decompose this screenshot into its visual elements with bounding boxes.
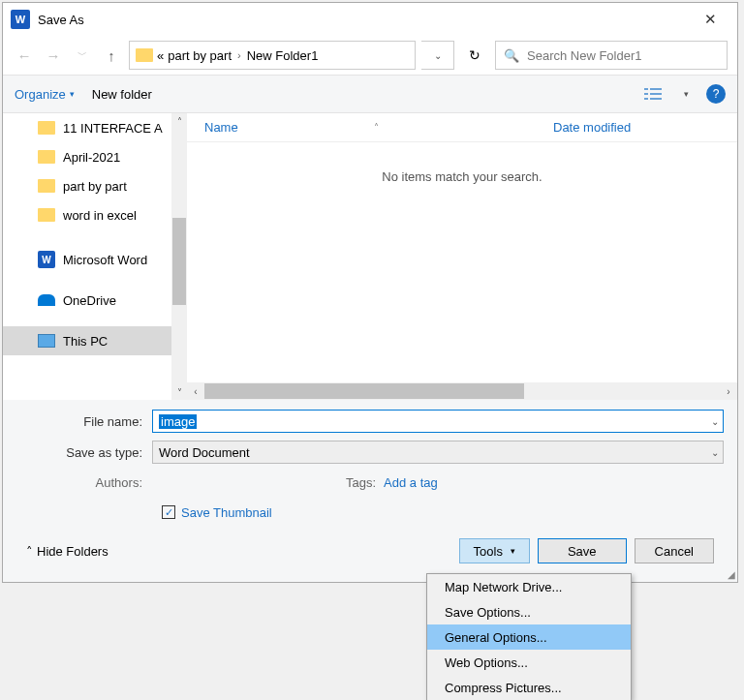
thumbnail-row: ✓ Save Thumbnail: [16, 495, 724, 530]
svg-rect-3: [650, 93, 662, 95]
nav-folder[interactable]: April-2021: [3, 142, 187, 171]
folder-icon: [136, 48, 153, 62]
hide-folders-button[interactable]: ˄ Hide Folders: [26, 544, 108, 559]
col-name[interactable]: Name: [204, 120, 238, 135]
h-scrollbar[interactable]: ‹ ›: [187, 382, 737, 400]
body-area: 11 INTERFACE A April-2021 part by part w…: [3, 113, 737, 400]
scroll-up-icon[interactable]: ˄: [171, 113, 187, 129]
sort-icon: ˄: [374, 122, 379, 133]
savetype-label: Save as type:: [16, 445, 152, 460]
search-icon: 🔍: [504, 48, 519, 63]
search-placeholder: Search New Folder1: [527, 48, 642, 63]
menu-web-options[interactable]: Web Options...: [427, 650, 631, 675]
column-headers[interactable]: Name˄ Date modified: [187, 113, 737, 142]
nav-scrollbar[interactable]: ˄ ˅: [171, 113, 187, 400]
svg-rect-5: [650, 98, 662, 100]
scroll-thumb[interactable]: [204, 383, 524, 399]
authors-label: Authors:: [16, 475, 152, 490]
svg-rect-1: [650, 88, 662, 90]
menu-general-options[interactable]: General Options...: [427, 624, 631, 650]
close-icon[interactable]: ✕: [691, 11, 729, 28]
savetype-select[interactable]: Word Document ⌄: [152, 441, 724, 464]
nav-this-pc[interactable]: This PC: [3, 326, 187, 355]
save-thumbnail-checkbox[interactable]: ✓: [162, 505, 175, 519]
menu-compress-pictures[interactable]: Compress Pictures...: [427, 675, 631, 700]
resize-grip-icon[interactable]: ◢: [728, 569, 735, 580]
forward-button[interactable]: →: [42, 44, 65, 67]
recent-dropdown-icon[interactable]: ﹀: [71, 44, 94, 67]
scroll-down-icon[interactable]: ˅: [171, 384, 187, 400]
scroll-left-icon[interactable]: ‹: [187, 386, 204, 397]
organize-menu[interactable]: Organize ▾: [15, 87, 75, 102]
path-seg[interactable]: part by part: [168, 48, 232, 63]
onedrive-icon: [38, 294, 55, 306]
address-bar[interactable]: « part by part › New Folder1: [129, 41, 416, 70]
back-button[interactable]: ←: [13, 44, 36, 67]
chevron-down-icon: ▾: [511, 546, 515, 556]
toolbar: Organize ▾ New folder ▾ ?: [3, 75, 737, 113]
tags-value[interactable]: Add a tag: [384, 475, 438, 490]
nav-pane: 11 INTERFACE A April-2021 part by part w…: [3, 113, 187, 400]
tags-label: Tags:: [346, 475, 384, 490]
window-title: Save As: [38, 13, 691, 27]
chevron-down-icon[interactable]: ⌄: [711, 416, 719, 427]
svg-rect-2: [644, 93, 648, 95]
nav-folder[interactable]: word in excel: [3, 200, 187, 229]
scroll-thumb[interactable]: [172, 218, 186, 305]
folder-icon: [38, 150, 55, 164]
word-app-icon: W: [11, 10, 30, 29]
nav-folder[interactable]: part by part: [3, 171, 187, 200]
filename-input[interactable]: image ⌄: [152, 410, 724, 433]
empty-message: No items match your search.: [187, 142, 737, 382]
path-ellipsis: «: [157, 48, 164, 63]
tools-button[interactable]: Tools ▾: [459, 538, 530, 563]
titlebar: W Save As ✕: [3, 3, 737, 36]
svg-rect-0: [644, 88, 648, 90]
save-thumbnail-label[interactable]: Save Thumbnail: [181, 505, 272, 520]
pc-icon: [38, 334, 55, 348]
list-view-icon: [644, 87, 662, 101]
tools-menu: Map Network Drive... Save Options... Gen…: [426, 573, 632, 700]
save-as-dialog: W Save As ✕ ← → ﹀ ↑ « part by part › New…: [2, 2, 738, 583]
up-button[interactable]: ↑: [100, 44, 123, 67]
search-input[interactable]: 🔍 Search New Folder1: [495, 41, 728, 70]
metadata-row: Authors: Tags: Add a tag: [16, 470, 724, 495]
save-button[interactable]: Save: [538, 538, 627, 563]
svg-rect-4: [644, 98, 648, 100]
chevron-right-icon: ›: [235, 49, 243, 61]
bottom-panel: File name: image ⌄ Save as type: Word Do…: [3, 400, 737, 582]
footer-row: ˄ Hide Folders Tools ▾ Save Cancel: [16, 530, 724, 572]
cancel-button[interactable]: Cancel: [635, 538, 714, 563]
col-date[interactable]: Date modified: [553, 120, 737, 135]
chevron-down-icon[interactable]: ▾: [684, 89, 689, 99]
nav-folder[interactable]: 11 INTERFACE A: [3, 113, 187, 142]
nav-row: ← → ﹀ ↑ « part by part › New Folder1 ⌄ ↻…: [3, 36, 737, 75]
new-folder-button[interactable]: New folder: [92, 87, 152, 102]
filename-label: File name:: [16, 414, 152, 429]
refresh-button[interactable]: ↻: [460, 41, 489, 70]
folder-icon: [38, 179, 55, 193]
chevron-up-icon: ˄: [26, 544, 33, 559]
path-seg[interactable]: New Folder1: [247, 48, 319, 63]
word-icon: W: [38, 251, 55, 268]
chevron-down-icon[interactable]: ⌄: [711, 447, 719, 458]
savetype-value: Word Document: [159, 445, 250, 460]
help-button[interactable]: ?: [706, 84, 726, 104]
file-list-area: Name˄ Date modified No items match your …: [187, 113, 737, 400]
folder-icon: [38, 208, 55, 222]
scroll-right-icon[interactable]: ›: [720, 386, 737, 397]
menu-map-drive[interactable]: Map Network Drive...: [427, 574, 631, 599]
nav-word[interactable]: WMicrosoft Word: [3, 245, 187, 274]
chevron-down-icon: ▾: [70, 89, 75, 99]
folder-icon: [38, 121, 55, 135]
nav-onedrive[interactable]: OneDrive: [3, 286, 187, 315]
nav-tree[interactable]: 11 INTERFACE A April-2021 part by part w…: [3, 113, 187, 400]
view-options-button[interactable]: [639, 83, 666, 105]
filename-value: image: [159, 414, 197, 429]
address-dropdown[interactable]: ⌄: [421, 41, 454, 70]
menu-save-options[interactable]: Save Options...: [427, 599, 631, 624]
